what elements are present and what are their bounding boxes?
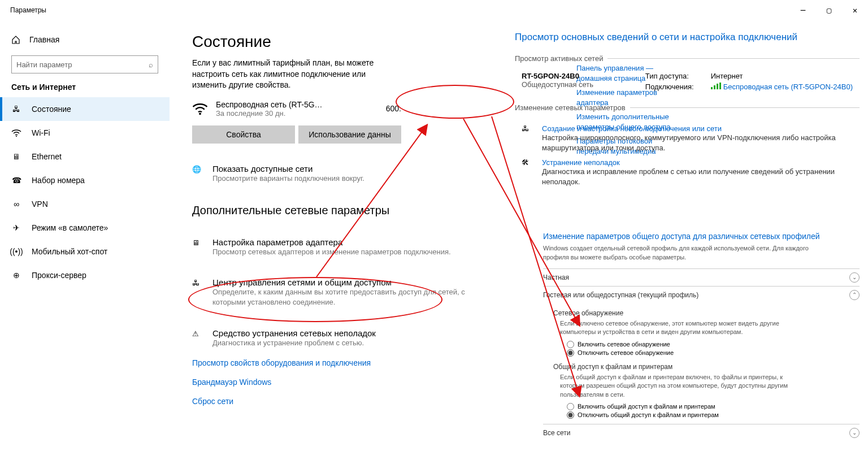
dialup-icon: ☎ bbox=[11, 175, 21, 185]
globe-icon: 🌐 bbox=[192, 165, 205, 177]
ethernet-icon: 🖥 bbox=[11, 151, 21, 162]
svg-point-0 bbox=[16, 136, 17, 137]
status-icon: 🖧 bbox=[11, 104, 21, 114]
new-connection-icon: 🖧 bbox=[522, 124, 534, 137]
nav-label: Состояние bbox=[32, 105, 71, 114]
group-legend: Изменение сетевых параметров bbox=[515, 103, 630, 112]
conn-label: Подключения: bbox=[645, 83, 694, 91]
row-title: Показать доступные сети bbox=[212, 164, 364, 174]
profile-private[interactable]: Частная ⌄ bbox=[543, 268, 860, 286]
fileshare-heading: Общий доступ к файлам и принтерам bbox=[553, 363, 860, 371]
signal-icon bbox=[711, 83, 721, 89]
sidebar: Главная Найти параметр ⌕ Сеть и Интернет… bbox=[0, 20, 170, 464]
row-desc: Определите, к каким данным вы хотите пре… bbox=[212, 287, 486, 307]
hotspot-icon: ((•)) bbox=[11, 246, 21, 257]
connection-link[interactable]: Беспроводная сеть (RT-5GPON-24B0) bbox=[711, 83, 853, 91]
adapter-settings-row[interactable]: 🖥 Настройка параметров адаптера Просмотр… bbox=[192, 237, 486, 257]
data-usage-button[interactable]: Использование данны bbox=[298, 125, 401, 144]
fileshare-text: Если общий доступ к файлам и принтерам в… bbox=[560, 373, 803, 399]
nc-desc: Настройка широкополосного, коммутируемог… bbox=[542, 133, 853, 153]
troubleshoot-row[interactable]: ⚠ Средство устранения сетевых неполадок … bbox=[192, 328, 486, 348]
wifi-period: За последние 30 дн. bbox=[216, 109, 323, 118]
network-center-panel: Просмотр основных сведений о сети и наст… bbox=[515, 32, 860, 441]
discovery-heading: Сетевое обнаружение bbox=[553, 309, 860, 317]
row-desc: Просмотр сетевых адаптеров и изменение п… bbox=[212, 247, 451, 257]
nav-dialup[interactable]: ☎ Набор номера bbox=[0, 168, 170, 192]
nc-link[interactable]: Создание и настройка нового подключения … bbox=[542, 124, 722, 133]
discovery-text: Если включено сетевое обнаружение, этот … bbox=[560, 319, 803, 337]
wifi-icon bbox=[11, 128, 21, 138]
chevron-down-icon: ⌄ bbox=[849, 272, 860, 283]
nav-wifi[interactable]: Wi-Fi bbox=[0, 121, 170, 145]
home-icon bbox=[11, 35, 20, 44]
search-placeholder: Найти параметр bbox=[16, 60, 72, 69]
nav-label: Режим «в самолете» bbox=[32, 223, 108, 232]
window-title: Параметры bbox=[10, 6, 46, 14]
nc-new-connection[interactable]: 🖧 Создание и настройка нового подключени… bbox=[515, 124, 860, 153]
access-value: Интернет bbox=[711, 72, 853, 80]
nav-label: Wi-Fi bbox=[32, 128, 50, 137]
intro-text: Если у вас лимитный тарифный план, вы мо… bbox=[192, 58, 396, 91]
chevron-up-icon: ⌃ bbox=[849, 290, 860, 300]
chevron-down-icon: ⌄ bbox=[849, 428, 860, 438]
active-networks-group: Просмотр активных сетей RT-5GPON-24B0 Об… bbox=[515, 54, 860, 93]
nav-label: VPN bbox=[32, 200, 48, 209]
troubleshoot-icon: 🛠 bbox=[522, 158, 534, 171]
profile-label: Частная bbox=[543, 274, 569, 281]
fileshare-on-radio[interactable]: Включить общий доступ к файлам и принтер… bbox=[567, 402, 860, 411]
sharing-desc: Windows создает отдельный сетевой профил… bbox=[543, 244, 814, 262]
nav-label: Мобильный хот-спот bbox=[32, 247, 107, 256]
network-center-row[interactable]: 🖧 Центр управления сетями и общим доступ… bbox=[192, 277, 486, 307]
home-nav[interactable]: Главная bbox=[0, 31, 170, 49]
sharing-title: Изменение параметров общего доступа для … bbox=[543, 232, 860, 241]
network-type: Общедоступная сеть bbox=[522, 80, 593, 89]
adapter-icon: 🖥 bbox=[192, 238, 205, 251]
search-icon: ⌕ bbox=[149, 60, 153, 69]
nav-airplane[interactable]: ✈ Режим «в самолете» bbox=[0, 216, 170, 240]
access-label: Тип доступа: bbox=[645, 72, 694, 80]
show-networks-row[interactable]: 🌐 Показать доступные сети Просмотрите ва… bbox=[192, 164, 486, 184]
row-title: Настройка параметров адаптера bbox=[212, 237, 451, 247]
discovery-on-radio[interactable]: Включить сетевое обнаружение bbox=[567, 340, 860, 349]
nc-link[interactable]: Устранение неполадок bbox=[542, 158, 620, 167]
profile-label: Все сети bbox=[543, 429, 571, 437]
minimize-button[interactable]: ─ bbox=[790, 1, 816, 19]
nav-status[interactable]: 🖧 Состояние bbox=[0, 97, 170, 121]
maximize-button[interactable]: ▢ bbox=[816, 1, 842, 19]
row-desc: Диагностика и устранение проблем с сетью… bbox=[212, 338, 376, 348]
guest-profile-content: Сетевое обнаружение Если включено сетево… bbox=[543, 303, 860, 419]
nav-label: Набор номера bbox=[32, 176, 85, 185]
nc-desc: Диагностика и исправление проблем с сеть… bbox=[542, 167, 853, 187]
nav-ethernet[interactable]: 🖥 Ethernet bbox=[0, 145, 170, 168]
nav-vpn[interactable]: ∞ VPN bbox=[0, 192, 170, 216]
properties-button[interactable]: Свойства bbox=[192, 125, 295, 144]
change-settings-group: Изменение сетевых параметров 🖧 Создание … bbox=[515, 103, 860, 187]
nav-hotspot[interactable]: ((•)) Мобильный хот-спот bbox=[0, 240, 170, 263]
profile-all[interactable]: Все сети ⌄ bbox=[543, 424, 860, 441]
search-input[interactable]: Найти параметр ⌕ bbox=[11, 55, 158, 73]
fileshare-off-radio[interactable]: Отключить общий доступ к файлам и принте… bbox=[567, 411, 860, 419]
nc-troubleshoot[interactable]: 🛠 Устранение неполадок Диагностика и исп… bbox=[515, 158, 860, 187]
profile-label: Гостевая или общедоступная (текущий проф… bbox=[543, 291, 698, 299]
group-legend: Просмотр активных сетей bbox=[515, 54, 607, 63]
proxy-icon: ⊕ bbox=[11, 270, 21, 280]
home-label: Главная bbox=[29, 35, 59, 44]
row-title: Средство устранения сетевых неполадок bbox=[212, 328, 376, 338]
airplane-icon: ✈ bbox=[11, 223, 21, 233]
warning-icon: ⚠ bbox=[192, 329, 205, 342]
sidebar-section-title: Сеть и Интернет bbox=[0, 83, 170, 97]
row-title: Центр управления сетями и общим доступом bbox=[212, 277, 486, 287]
window-controls: ─ ▢ ✕ bbox=[790, 1, 868, 19]
profile-guest[interactable]: Гостевая или общедоступная (текущий проф… bbox=[543, 286, 860, 303]
wifi-icon bbox=[192, 101, 208, 116]
advanced-sharing-panel: Изменение параметров общего доступа для … bbox=[515, 232, 860, 441]
nav-proxy[interactable]: ⊕ Прокси-сервер bbox=[0, 263, 170, 287]
nav-label: Ethernet bbox=[32, 152, 62, 161]
vpn-icon: ∞ bbox=[11, 199, 21, 209]
close-button[interactable]: ✕ bbox=[842, 1, 868, 19]
nav-label: Прокси-сервер bbox=[32, 271, 86, 280]
row-desc: Просмотрите варианты подключения вокруг. bbox=[212, 174, 364, 184]
wifi-name: Беспроводная сеть (RT-5G… bbox=[216, 100, 323, 109]
discovery-off-radio[interactable]: Отключить сетевое обнаружение bbox=[567, 349, 860, 357]
wifi-usage-value: 600. bbox=[386, 104, 401, 113]
